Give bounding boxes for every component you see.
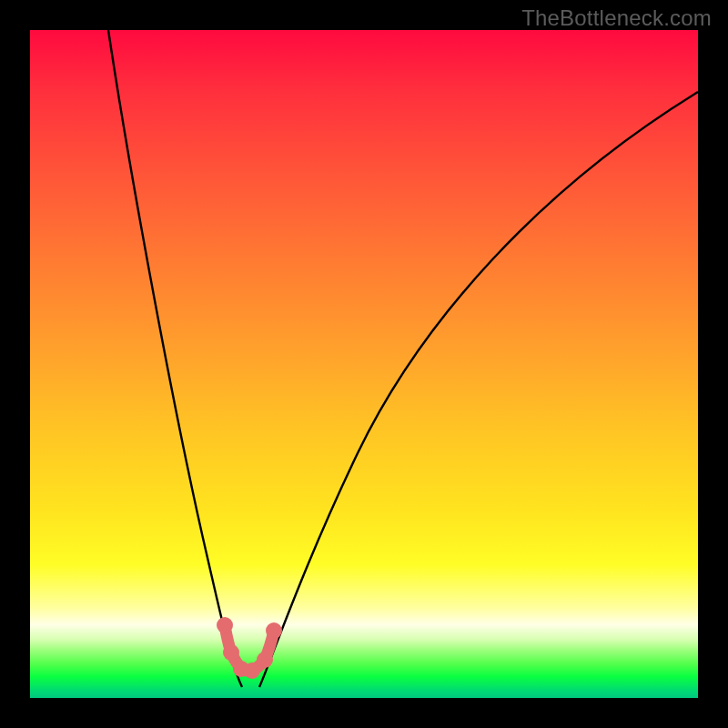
outer-frame: TheBottleneck.com	[0, 0, 728, 728]
marker-dot	[257, 652, 273, 668]
marker-dot	[217, 617, 233, 633]
marker-dot	[223, 644, 239, 661]
bottleneck-curve	[30, 30, 698, 698]
marker-group	[217, 617, 282, 679]
plot-area	[30, 30, 698, 698]
marker-dot	[244, 662, 260, 679]
marker-dot	[266, 622, 282, 639]
curve-right-branch	[259, 92, 698, 687]
curve-left-branch	[108, 30, 242, 687]
watermark-text: TheBottleneck.com	[521, 5, 712, 31]
